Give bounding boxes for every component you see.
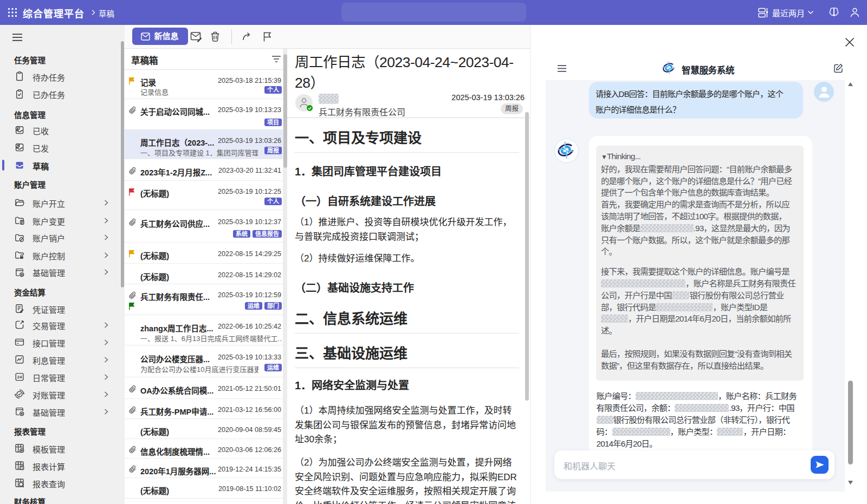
- svg-text:24: 24: [17, 375, 22, 379]
